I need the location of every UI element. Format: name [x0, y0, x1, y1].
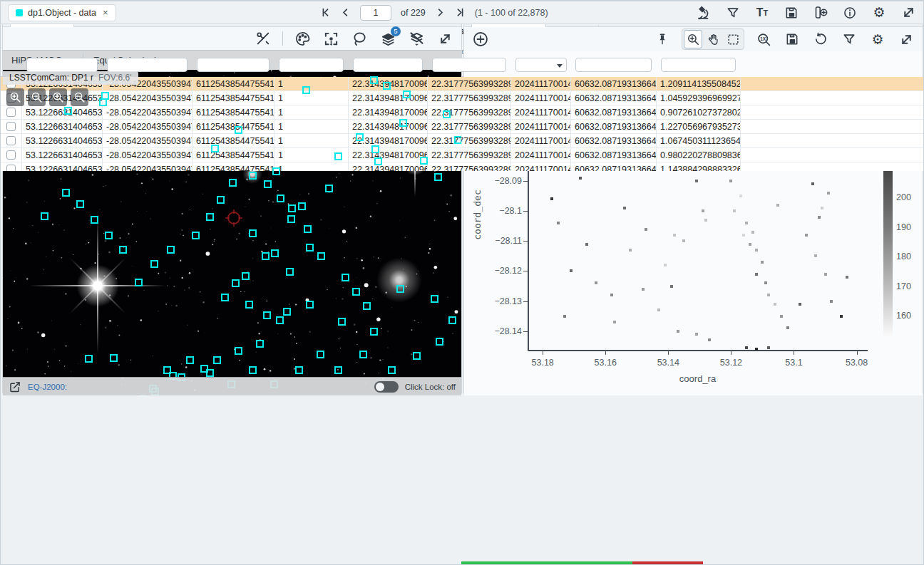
zoom-out-icon[interactable] [28, 88, 46, 106]
filter-table-icon[interactable] [724, 4, 742, 22]
expand-chart-icon[interactable] [897, 30, 915, 48]
catalog-marker[interactable] [235, 126, 242, 134]
close-icon[interactable]: × [103, 7, 108, 18]
catalog-marker[interactable] [206, 369, 214, 377]
row-checkbox[interactable] [6, 150, 16, 160]
click-lock-toggle[interactable] [374, 381, 399, 393]
catalog-marker[interactable] [325, 185, 333, 192]
row-checkbox[interactable] [6, 108, 16, 117]
catalog-marker[interactable] [256, 340, 264, 348]
catalog-marker[interactable] [235, 347, 242, 355]
table-row[interactable]: 53.12266314046538-28.0542204355039476112… [1, 148, 924, 162]
save-table-icon[interactable] [782, 4, 801, 22]
catalog-marker[interactable] [186, 356, 194, 364]
catalog-marker[interactable] [167, 246, 175, 254]
catalog-marker[interactable] [370, 76, 378, 84]
catalog-marker[interactable] [105, 232, 113, 239]
filter-input-coord_ra[interactable] [26, 58, 98, 72]
catalog-marker[interactable] [135, 279, 143, 286]
catalog-marker[interactable] [276, 316, 284, 324]
catalog-marker[interactable] [76, 200, 84, 208]
expand-icon[interactable] [436, 29, 454, 48]
catalog-marker[interactable] [383, 82, 391, 90]
catalog-marker[interactable] [242, 272, 250, 280]
catalog-marker[interactable] [317, 252, 325, 260]
filter-input-fs_psfAbMag[interactable] [432, 58, 506, 72]
catalog-marker[interactable] [443, 110, 451, 118]
catalog-marker[interactable] [272, 167, 280, 175]
row-checkbox[interactable] [6, 136, 16, 145]
filter-input-objectId[interactable] [197, 58, 270, 72]
zoom-fill-icon[interactable] [71, 88, 88, 106]
catalog-marker[interactable] [334, 366, 342, 374]
row-checkbox[interactable] [6, 165, 16, 171]
catalog-marker[interactable] [110, 354, 118, 362]
catalog-marker[interactable] [64, 107, 72, 115]
catalog-marker[interactable] [399, 119, 407, 127]
pin-chart-icon[interactable] [653, 30, 672, 48]
catalog-marker[interactable] [454, 136, 461, 144]
add-chart-icon[interactable] [471, 30, 490, 48]
catalog-marker[interactable] [317, 351, 324, 358]
prev-page-icon[interactable] [340, 7, 351, 18]
catalog-marker[interactable] [85, 355, 93, 363]
page-number-input[interactable] [360, 5, 391, 21]
expand-table-icon[interactable] [899, 4, 918, 22]
catalog-marker[interactable] [271, 249, 279, 257]
pan-icon[interactable] [704, 30, 722, 48]
catalog-marker[interactable] [221, 294, 229, 301]
box-select-icon[interactable] [724, 30, 742, 48]
recenter-icon[interactable] [322, 29, 340, 48]
catalog-marker[interactable] [62, 189, 70, 197]
catalog-marker[interactable] [356, 133, 364, 141]
catalog-marker[interactable] [249, 366, 257, 374]
catalog-marker[interactable] [374, 157, 382, 165]
catalog-marker[interactable] [306, 301, 314, 309]
catalog-marker[interactable] [211, 145, 219, 152]
catalog-marker[interactable] [352, 288, 360, 296]
filter-input-coord_dec[interactable] [107, 58, 187, 72]
catalog-marker[interactable] [363, 302, 371, 310]
catalog-marker[interactable] [245, 301, 253, 309]
table-row[interactable]: 53.12266314046538-28.0542204355039476112… [1, 91, 924, 105]
catalog-marker[interactable] [338, 318, 346, 326]
catalog-marker[interactable] [119, 246, 127, 254]
filter-input-seeing[interactable] [661, 58, 736, 72]
catalog-marker[interactable] [99, 98, 107, 106]
gear-icon[interactable]: ⚙ [868, 30, 887, 48]
filter-input-refExtendedness[interactable] [279, 58, 344, 72]
microscope-icon[interactable] [694, 4, 713, 22]
catalog-marker[interactable] [342, 274, 349, 281]
catalog-marker[interactable] [249, 229, 257, 237]
table-tab[interactable]: dp1.Object - data × [8, 4, 116, 21]
catalog-marker[interactable] [249, 172, 257, 180]
layers-visibility-icon[interactable] [407, 29, 426, 48]
lasso-select-icon[interactable] [350, 29, 369, 48]
table-row[interactable]: 53.12266314046538-28.0542204355039476112… [1, 162, 924, 171]
catalog-marker[interactable] [41, 212, 48, 220]
save-chart-icon[interactable] [783, 30, 801, 48]
catalog-marker[interactable] [192, 232, 200, 239]
catalog-marker[interactable] [304, 225, 312, 233]
last-page-icon[interactable] [455, 7, 466, 18]
catalog-marker[interactable] [206, 213, 214, 221]
text-options-icon[interactable]: TT [753, 4, 771, 22]
palette-icon[interactable] [293, 29, 312, 48]
catalog-marker[interactable] [302, 86, 310, 94]
info-icon[interactable] [841, 4, 859, 22]
restore-chart-icon[interactable] [811, 30, 830, 48]
catalog-marker[interactable] [229, 179, 237, 187]
layers-icon[interactable]: 5 [379, 29, 397, 48]
zoom-in-icon[interactable] [6, 88, 24, 106]
add-column-icon[interactable] [811, 4, 830, 22]
first-page-icon[interactable] [320, 7, 331, 18]
catalog-marker[interactable] [388, 366, 396, 374]
zoom-select-icon[interactable] [684, 30, 702, 48]
zoom-original-icon[interactable]: 1X [754, 30, 773, 48]
filter-chart-icon[interactable] [840, 30, 858, 48]
catalog-marker[interactable] [288, 204, 296, 212]
catalog-marker[interactable] [298, 202, 306, 210]
catalog-marker[interactable] [295, 366, 303, 374]
tools-icon[interactable] [254, 29, 272, 48]
table-row[interactable]: 53.12266314046538-28.0542204355039476112… [1, 134, 924, 148]
